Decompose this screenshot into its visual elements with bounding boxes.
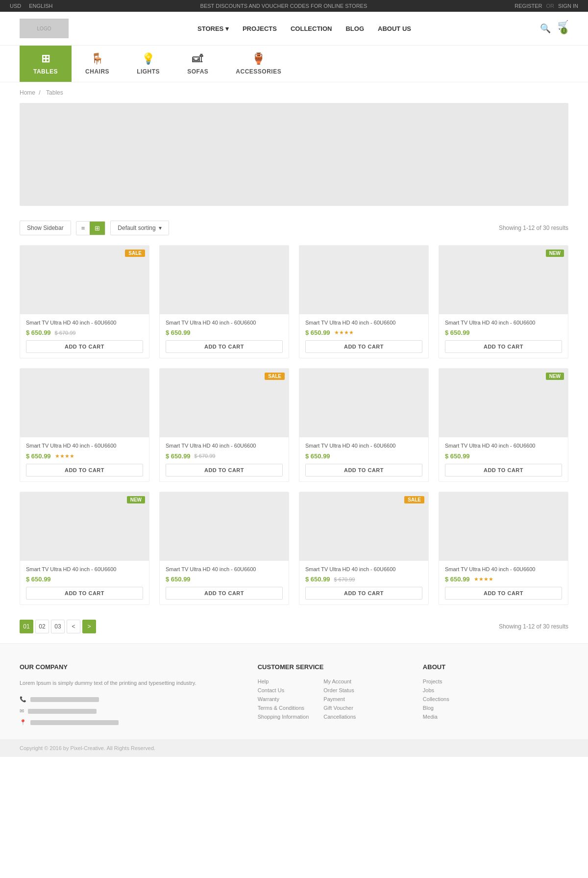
add-to-cart-button[interactable]: ADD TO CART	[305, 340, 422, 353]
footer-projects[interactable]: Projects	[423, 678, 568, 684]
footer-my-account[interactable]: My Account	[323, 678, 356, 684]
footer-order-status[interactable]: Order Status	[323, 687, 356, 693]
accessories-icon: 🏺	[252, 52, 266, 65]
product-badge: NEW	[127, 496, 145, 503]
top-bar-promo: BEST DISCOUNTS AND VOUCHER CODES FOR ONL…	[200, 3, 368, 9]
product-badge: SALE	[404, 496, 424, 503]
top-bar-left: USD ENGLISH	[10, 3, 53, 9]
tables-icon: ⊞	[41, 52, 50, 65]
toolbar-results: Showing 1-12 of 30 results	[499, 225, 568, 231]
product-info: Smart TV Ultra HD 40 inch - 60U6600 $ 65…	[20, 437, 149, 481]
add-to-cart-button[interactable]: ADD TO CART	[26, 340, 143, 353]
category-tables[interactable]: ⊞ TABLES	[20, 46, 72, 82]
add-to-cart-button[interactable]: ADD TO CART	[445, 587, 562, 600]
grid-view-button[interactable]: ⊞	[90, 222, 105, 235]
cart-icon[interactable]: 🛒 0	[558, 20, 568, 37]
product-card-12: Smart TV Ultra HD 40 inch - 60U6600 $ 65…	[439, 492, 568, 605]
breadcrumb-home[interactable]: Home	[20, 89, 35, 96]
product-price: $ 650.99	[305, 329, 330, 336]
footer: OUR COMPANY Lorem Ipsum is simply dummy …	[0, 643, 588, 739]
page-1-button[interactable]: 01	[20, 620, 33, 633]
product-price-row: $ 650.99	[305, 452, 422, 460]
or-text: OR	[546, 3, 555, 9]
category-lights[interactable]: 💡 LIGHTS	[123, 46, 173, 82]
product-price-row: $ 650.99	[445, 452, 562, 460]
product-price: $ 650.99	[445, 576, 470, 583]
show-sidebar-button[interactable]: Show Sidebar	[20, 221, 71, 235]
footer-help[interactable]: Help	[258, 678, 309, 684]
footer-gift-voucher[interactable]: Gift Voucher	[323, 705, 356, 711]
product-price: $ 650.99	[26, 329, 51, 336]
product-price-row: $ 650.99	[445, 329, 562, 336]
footer-cancellations[interactable]: Cancellations	[323, 714, 356, 720]
product-old-price: $ 670.99	[55, 330, 76, 336]
product-name: Smart TV Ultra HD 40 inch - 60U6600	[166, 566, 283, 573]
footer-blog[interactable]: Blog	[423, 705, 568, 711]
footer-media[interactable]: Media	[423, 714, 568, 720]
footer-terms[interactable]: Terms & Conditions	[258, 705, 309, 711]
product-price: $ 650.99	[166, 329, 191, 336]
nav-stores[interactable]: STORES ▾	[197, 25, 229, 32]
product-info: Smart TV Ultra HD 40 inch - 60U6600 $ 65…	[299, 561, 428, 604]
signin-link[interactable]: SIGN IN	[558, 3, 578, 9]
promo-text: BEST DISCOUNTS AND VOUCHER CODES FOR ONL…	[200, 3, 368, 9]
footer-company-title: OUR COMPANY	[20, 663, 238, 671]
search-icon[interactable]: 🔍	[540, 23, 551, 34]
footer-payment[interactable]: Payment	[323, 696, 356, 702]
add-to-cart-button[interactable]: ADD TO CART	[166, 340, 283, 353]
cart-badge: 0	[561, 27, 567, 34]
footer-phone	[30, 697, 99, 702]
nav-about[interactable]: ABOUT US	[378, 25, 411, 32]
page-2-button[interactable]: 02	[35, 620, 49, 633]
nav-collection[interactable]: COLLECTION	[291, 25, 332, 32]
product-card-6: SALE Smart TV Ultra HD 40 inch - 60U6600…	[159, 368, 289, 481]
register-link[interactable]: REGISTER	[514, 3, 542, 9]
footer-contact-us[interactable]: Contact Us	[258, 687, 309, 693]
category-chairs[interactable]: 🪑 CHAIRS	[72, 46, 123, 82]
product-image	[160, 492, 289, 561]
product-name: Smart TV Ultra HD 40 inch - 60U6600	[26, 566, 143, 573]
footer-warranty[interactable]: Warranty	[258, 696, 309, 702]
product-image	[299, 369, 428, 437]
add-to-cart-button[interactable]: ADD TO CART	[305, 464, 422, 477]
product-name: Smart TV Ultra HD 40 inch - 60U6600	[305, 319, 422, 326]
product-badge: SALE	[265, 373, 285, 380]
category-accessories[interactable]: 🏺 ACCESSORIES	[222, 46, 295, 82]
category-sofas[interactable]: 🛋 SOFAS	[173, 46, 222, 82]
product-image	[160, 246, 289, 314]
footer-jobs[interactable]: Jobs	[423, 687, 568, 693]
sort-dropdown[interactable]: Default sorting ▾	[110, 221, 169, 235]
product-name: Smart TV Ultra HD 40 inch - 60U6600	[445, 442, 562, 450]
nav-projects[interactable]: PROJECTS	[243, 25, 277, 32]
logo[interactable]: LOGO	[20, 19, 69, 38]
footer-collections[interactable]: Collections	[423, 696, 568, 702]
currency-selector[interactable]: USD	[10, 3, 21, 9]
add-to-cart-button[interactable]: ADD TO CART	[166, 464, 283, 477]
nav-blog[interactable]: BLOG	[345, 25, 364, 32]
footer-shipping[interactable]: Shopping Information	[258, 714, 309, 720]
page-3-button[interactable]: 03	[51, 620, 65, 633]
add-to-cart-button[interactable]: ADD TO CART	[26, 587, 143, 600]
product-price: $ 650.99	[305, 452, 330, 460]
add-to-cart-button[interactable]: ADD TO CART	[445, 340, 562, 353]
category-tables-label: TABLES	[33, 68, 58, 75]
product-info: Smart TV Ultra HD 40 inch - 60U6600 $ 65…	[299, 314, 428, 358]
page-next-button[interactable]: >	[82, 620, 96, 633]
product-name: Smart TV Ultra HD 40 inch - 60U6600	[305, 566, 422, 573]
category-lights-label: LIGHTS	[137, 68, 160, 75]
add-to-cart-button[interactable]: ADD TO CART	[305, 587, 422, 600]
product-card-9: NEW Smart TV Ultra HD 40 inch - 60U6600 …	[20, 492, 149, 605]
product-card-11: SALE Smart TV Ultra HD 40 inch - 60U6600…	[299, 492, 429, 605]
page-prev-button[interactable]: <	[67, 620, 80, 633]
product-image: SALE	[160, 369, 289, 437]
add-to-cart-button[interactable]: ADD TO CART	[445, 464, 562, 477]
product-name: Smart TV Ultra HD 40 inch - 60U6600	[166, 442, 283, 450]
product-price: $ 650.99	[166, 452, 191, 460]
add-to-cart-button[interactable]: ADD TO CART	[26, 464, 143, 477]
add-to-cart-button[interactable]: ADD TO CART	[166, 587, 283, 600]
header: LOGO STORES ▾ PROJECTS COLLECTION BLOG A…	[0, 12, 588, 46]
language-selector[interactable]: ENGLISH	[29, 3, 52, 9]
footer-bottom: Copyright © 2016 by Pixel-Creative. All …	[0, 739, 588, 757]
list-view-button[interactable]: ≡	[76, 222, 90, 235]
pagination-results: Showing 1-12 of 30 results	[499, 623, 568, 630]
